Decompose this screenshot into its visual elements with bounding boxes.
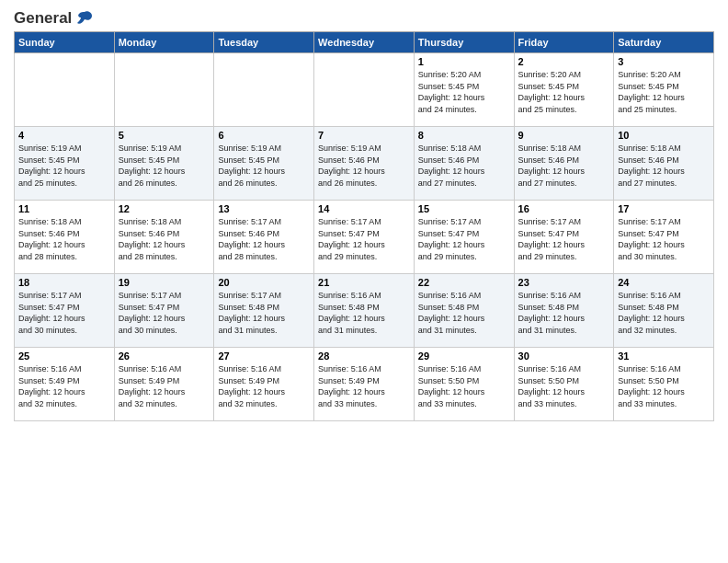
cell-info: Sunrise: 5:19 AM Sunset: 5:46 PM Dayligh… [318,143,410,189]
day-number: 24 [618,277,710,288]
calendar-cell: 3Sunrise: 5:20 AM Sunset: 5:45 PM Daylig… [614,53,714,127]
calendar-cell [114,53,214,127]
header: General [14,9,714,24]
cell-info: Sunrise: 5:18 AM Sunset: 5:46 PM Dayligh… [18,216,110,262]
day-header-tuesday: Tuesday [214,32,314,53]
cell-info: Sunrise: 5:17 AM Sunset: 5:48 PM Dayligh… [218,290,310,336]
day-number: 31 [618,350,710,362]
calendar-cell [214,53,314,127]
cell-info: Sunrise: 5:16 AM Sunset: 5:49 PM Dayligh… [318,363,410,409]
cell-info: Sunrise: 5:17 AM Sunset: 5:47 PM Dayligh… [318,216,410,262]
calendar-cell: 11Sunrise: 5:18 AM Sunset: 5:46 PM Dayli… [15,201,115,274]
calendar-week-1: 1Sunrise: 5:20 AM Sunset: 5:45 PM Daylig… [15,53,714,127]
calendar-cell: 20Sunrise: 5:17 AM Sunset: 5:48 PM Dayli… [214,274,314,348]
calendar-cell [15,53,115,127]
day-number: 30 [518,350,610,362]
day-number: 11 [18,203,110,214]
calendar-cell: 27Sunrise: 5:16 AM Sunset: 5:49 PM Dayli… [214,348,314,421]
calendar-cell: 21Sunrise: 5:16 AM Sunset: 5:48 PM Dayli… [314,274,415,348]
day-number: 25 [18,350,110,362]
cell-info: Sunrise: 5:16 AM Sunset: 5:48 PM Dayligh… [318,290,410,336]
cell-info: Sunrise: 5:16 AM Sunset: 5:49 PM Dayligh… [119,363,210,409]
day-number: 22 [418,277,510,288]
calendar-cell: 8Sunrise: 5:18 AM Sunset: 5:46 PM Daylig… [414,127,514,201]
day-header-saturday: Saturday [614,32,714,53]
day-number: 10 [618,130,710,141]
calendar-cell: 24Sunrise: 5:16 AM Sunset: 5:48 PM Dayli… [614,274,714,348]
day-number: 8 [418,130,510,141]
day-number: 21 [318,277,410,288]
day-number: 26 [119,350,210,362]
page-container: General SundayMondayTuesdayWednesdayThur… [0,0,728,563]
cell-info: Sunrise: 5:17 AM Sunset: 5:47 PM Dayligh… [518,216,610,262]
calendar-cell: 23Sunrise: 5:16 AM Sunset: 5:48 PM Dayli… [514,274,614,348]
cell-info: Sunrise: 5:19 AM Sunset: 5:45 PM Dayligh… [18,143,110,189]
day-number: 27 [218,350,310,362]
cell-info: Sunrise: 5:16 AM Sunset: 5:48 PM Dayligh… [418,290,510,336]
calendar-cell: 10Sunrise: 5:18 AM Sunset: 5:46 PM Dayli… [614,127,714,201]
calendar-week-3: 11Sunrise: 5:18 AM Sunset: 5:46 PM Dayli… [15,201,714,274]
calendar-cell: 7Sunrise: 5:19 AM Sunset: 5:46 PM Daylig… [314,127,415,201]
calendar-cell: 25Sunrise: 5:16 AM Sunset: 5:49 PM Dayli… [15,348,115,421]
calendar-table: SundayMondayTuesdayWednesdayThursdayFrid… [14,31,714,421]
cell-info: Sunrise: 5:16 AM Sunset: 5:50 PM Dayligh… [518,363,610,409]
calendar-cell: 19Sunrise: 5:17 AM Sunset: 5:47 PM Dayli… [114,274,214,348]
cell-info: Sunrise: 5:16 AM Sunset: 5:50 PM Dayligh… [418,363,510,409]
day-number: 23 [518,277,610,288]
day-number: 15 [418,203,510,214]
day-number: 4 [18,130,110,141]
day-header-sunday: Sunday [15,32,115,53]
day-number: 7 [318,130,410,141]
day-header-friday: Friday [514,32,614,53]
calendar-cell: 18Sunrise: 5:17 AM Sunset: 5:47 PM Dayli… [15,274,115,348]
cell-info: Sunrise: 5:19 AM Sunset: 5:45 PM Dayligh… [119,143,210,189]
day-number: 3 [618,56,710,67]
cell-info: Sunrise: 5:17 AM Sunset: 5:47 PM Dayligh… [618,216,710,262]
calendar-cell [314,53,415,127]
cell-info: Sunrise: 5:16 AM Sunset: 5:48 PM Dayligh… [518,290,610,336]
calendar-week-5: 25Sunrise: 5:16 AM Sunset: 5:49 PM Dayli… [15,348,714,421]
calendar-cell: 13Sunrise: 5:17 AM Sunset: 5:46 PM Dayli… [214,201,314,274]
calendar-cell: 9Sunrise: 5:18 AM Sunset: 5:46 PM Daylig… [514,127,614,201]
day-number: 12 [119,203,210,214]
day-number: 20 [218,277,310,288]
day-number: 6 [218,130,310,141]
day-number: 28 [318,350,410,362]
day-number: 9 [518,130,610,141]
day-number: 2 [518,56,610,67]
calendar-cell: 26Sunrise: 5:16 AM Sunset: 5:49 PM Dayli… [114,348,214,421]
cell-info: Sunrise: 5:18 AM Sunset: 5:46 PM Dayligh… [418,143,510,189]
calendar-cell: 6Sunrise: 5:19 AM Sunset: 5:45 PM Daylig… [214,127,314,201]
calendar-cell: 1Sunrise: 5:20 AM Sunset: 5:45 PM Daylig… [414,53,514,127]
cell-info: Sunrise: 5:17 AM Sunset: 5:47 PM Dayligh… [418,216,510,262]
day-number: 18 [18,277,110,288]
calendar-cell: 30Sunrise: 5:16 AM Sunset: 5:50 PM Dayli… [514,348,614,421]
calendar-cell: 22Sunrise: 5:16 AM Sunset: 5:48 PM Dayli… [414,274,514,348]
cell-info: Sunrise: 5:16 AM Sunset: 5:49 PM Dayligh… [218,363,310,409]
calendar-cell: 4Sunrise: 5:19 AM Sunset: 5:45 PM Daylig… [15,127,115,201]
day-header-monday: Monday [114,32,214,53]
day-header-wednesday: Wednesday [314,32,415,53]
calendar-cell: 14Sunrise: 5:17 AM Sunset: 5:47 PM Dayli… [314,201,415,274]
day-number: 14 [318,203,410,214]
cell-info: Sunrise: 5:18 AM Sunset: 5:46 PM Dayligh… [618,143,710,189]
calendar-cell: 28Sunrise: 5:16 AM Sunset: 5:49 PM Dayli… [314,348,415,421]
day-number: 5 [119,130,210,141]
cell-info: Sunrise: 5:17 AM Sunset: 5:47 PM Dayligh… [119,290,210,336]
calendar-cell: 12Sunrise: 5:18 AM Sunset: 5:46 PM Dayli… [114,201,214,274]
day-number: 29 [418,350,510,362]
logo-bird-icon [75,10,94,27]
cell-info: Sunrise: 5:18 AM Sunset: 5:46 PM Dayligh… [119,216,210,262]
cell-info: Sunrise: 5:17 AM Sunset: 5:47 PM Dayligh… [18,290,110,336]
day-number: 17 [618,203,710,214]
cell-info: Sunrise: 5:18 AM Sunset: 5:46 PM Dayligh… [518,143,610,189]
day-number: 19 [119,277,210,288]
cell-info: Sunrise: 5:16 AM Sunset: 5:50 PM Dayligh… [618,363,710,409]
calendar-cell: 31Sunrise: 5:16 AM Sunset: 5:50 PM Dayli… [614,348,714,421]
cell-info: Sunrise: 5:20 AM Sunset: 5:45 PM Dayligh… [618,69,710,115]
calendar-cell: 5Sunrise: 5:19 AM Sunset: 5:45 PM Daylig… [114,127,214,201]
calendar-cell: 2Sunrise: 5:20 AM Sunset: 5:45 PM Daylig… [514,53,614,127]
logo-general: General [14,9,72,28]
day-number: 16 [518,203,610,214]
calendar-cell: 15Sunrise: 5:17 AM Sunset: 5:47 PM Dayli… [414,201,514,274]
